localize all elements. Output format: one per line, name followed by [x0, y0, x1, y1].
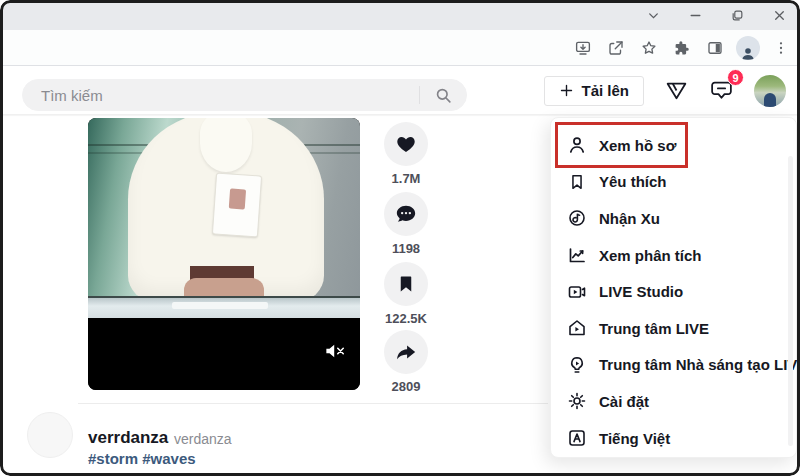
menu-item-view-profile[interactable]: Xem hồ sơ [551, 127, 796, 164]
share-stat: 2809 [376, 330, 436, 394]
share-icon[interactable] [603, 35, 629, 61]
menu-item-language[interactable]: Tiếng Việt [551, 420, 796, 457]
comment-icon [395, 203, 417, 225]
share-button[interactable] [384, 330, 428, 374]
bookmark-outline-icon [567, 172, 587, 192]
upload-button-label: Tải lên [581, 82, 629, 99]
window-close-button[interactable] [758, 0, 800, 30]
like-count: 1.7M [392, 171, 421, 186]
window-restore-button[interactable] [716, 0, 758, 30]
search-icon[interactable] [420, 80, 466, 110]
menu-item-label: Xem phân tích [599, 247, 702, 264]
menu-item-label: Tiếng Việt [599, 430, 670, 447]
menu-item-live-creator-hub[interactable]: Trung tâm Nhà sáng tạo LIVE [551, 347, 796, 384]
share-count: 2809 [392, 379, 421, 394]
menu-item-label: Trung tâm Nhà sáng tạo LIVE [599, 356, 800, 373]
video-frame [88, 118, 360, 318]
menu-item-label: Yêu thích [599, 173, 667, 190]
user-icon [567, 135, 587, 155]
lightbulb-icon [567, 355, 587, 375]
post-username[interactable]: verrdanza [88, 428, 168, 448]
share-arrow-icon [395, 341, 417, 363]
app-header: Tải lên 9 [0, 66, 800, 115]
menu-item-label: Trung tâm LIVE [599, 320, 709, 337]
like-button[interactable] [384, 122, 428, 166]
bookmark-count: 122.5K [385, 311, 427, 326]
inbox-button[interactable]: 9 [709, 78, 734, 103]
menu-item-label: Cài đặt [599, 393, 649, 410]
gear-icon [567, 391, 587, 411]
comment-stat: 1198 [376, 192, 436, 256]
heart-icon [395, 133, 417, 155]
menu-item-live-center[interactable]: Trung tâm LIVE [551, 310, 796, 347]
messages-icon[interactable] [664, 78, 689, 103]
extensions-icon[interactable] [669, 35, 695, 61]
bookmark-icon [396, 274, 416, 294]
inbox-badge: 9 [727, 69, 744, 86]
menu-item-view-analytics[interactable]: Xem phân tích [551, 237, 796, 274]
profile-avatar[interactable] [754, 75, 786, 107]
search-input[interactable] [23, 87, 419, 104]
menu-item-label: Xem hồ sơ [599, 137, 676, 154]
window-minimize-button[interactable] [674, 0, 716, 30]
browser-menu-icon[interactable] [768, 35, 794, 61]
menu-item-label: LIVE Studio [599, 283, 683, 300]
live-center-house-icon [567, 318, 587, 338]
bookmark-stat: 122.5K [376, 262, 436, 326]
profile-dropdown-menu: Xem hồ sơ Yêu thích Nhận Xu Xem phân tíc… [550, 117, 797, 458]
comment-button[interactable] [384, 192, 428, 236]
menu-item-label: Nhận Xu [599, 210, 660, 227]
feed-divider [78, 403, 548, 404]
dropdown-scrollbar[interactable] [788, 156, 793, 446]
window-titlebar [0, 0, 800, 30]
bookmark-button[interactable] [384, 262, 428, 306]
language-icon [567, 428, 587, 448]
analytics-chart-icon [567, 245, 587, 265]
install-app-icon[interactable] [570, 35, 596, 61]
window-chevron-down-icon[interactable] [632, 0, 674, 30]
coin-icon [567, 208, 587, 228]
menu-item-live-studio[interactable]: LIVE Studio [551, 273, 796, 310]
browser-profile-avatar[interactable] [735, 35, 761, 61]
upload-button[interactable]: Tải lên [544, 76, 644, 106]
post-display-name: verdanza [174, 431, 232, 447]
video-player[interactable] [88, 118, 360, 390]
browser-window: Tải lên 9 [0, 0, 800, 476]
menu-item-get-coins[interactable]: Nhận Xu [551, 200, 796, 237]
comment-count: 1198 [392, 241, 420, 256]
post-caption-hashtags[interactable]: #storm #waves [88, 450, 196, 467]
browser-toolbar [0, 30, 800, 66]
bookmark-star-icon[interactable] [636, 35, 662, 61]
video-controls-area [88, 318, 360, 390]
side-panel-icon[interactable] [702, 35, 728, 61]
menu-item-favorites[interactable]: Yêu thích [551, 164, 796, 201]
post-author-avatar[interactable] [27, 412, 73, 458]
search-bar[interactable] [22, 79, 467, 111]
like-stat: 1.7M [376, 122, 436, 186]
menu-item-settings[interactable]: Cài đặt [551, 383, 796, 420]
mute-icon[interactable] [324, 342, 346, 360]
live-studio-icon [567, 282, 587, 302]
plus-icon [559, 83, 574, 98]
